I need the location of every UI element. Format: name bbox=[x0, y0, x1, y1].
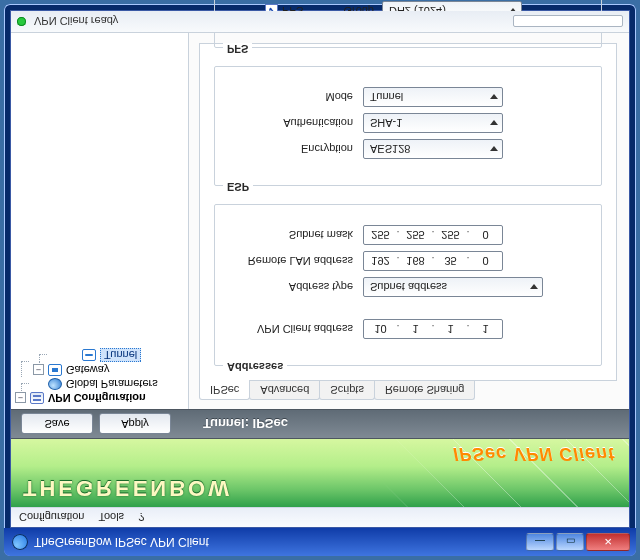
address-type-value: Subnet address bbox=[370, 281, 447, 293]
progress-placeholder bbox=[513, 16, 623, 28]
chevron-down-icon bbox=[490, 95, 498, 100]
section-esp: ESP Encryption AES128 Authentication S bbox=[214, 66, 602, 186]
chevron-down-icon bbox=[490, 121, 498, 126]
mode-value: Tunnel bbox=[370, 91, 403, 103]
authentication-select[interactable]: SHA-1 bbox=[363, 113, 503, 133]
remote-lan-input[interactable]: 192. 168. 35. 0 bbox=[363, 251, 503, 271]
window-title: TheGreenBow IPSec VPN Client bbox=[34, 535, 209, 549]
expand-toggle[interactable]: − bbox=[33, 365, 44, 376]
authentication-label: Authentication bbox=[225, 117, 363, 129]
gateway-icon bbox=[48, 364, 62, 376]
address-type-select[interactable]: Subnet address bbox=[363, 277, 543, 297]
brand-logo-text: THEGREENBOW bbox=[23, 475, 232, 501]
maximize-button[interactable]: ▭ bbox=[556, 533, 584, 551]
tab-remote-sharing[interactable]: Remote Sharing bbox=[374, 380, 476, 400]
main-panel: IPSec Advanced Scripts Remote Sharing Ad… bbox=[189, 33, 629, 409]
app-icon bbox=[12, 534, 28, 550]
section-addresses-legend: Addresses bbox=[223, 361, 287, 373]
globe-icon bbox=[48, 378, 62, 390]
tab-ipsec[interactable]: IPSec bbox=[199, 380, 250, 400]
tab-scripts[interactable]: Scripts bbox=[319, 380, 375, 400]
statusbar: VPN Client ready bbox=[11, 11, 629, 33]
tree-root-label: VPN Configuration bbox=[48, 392, 146, 404]
section-addresses: Addresses VPN Client address 10. 1. 1. 1 bbox=[214, 204, 602, 366]
tunnel-icon bbox=[82, 349, 96, 361]
tree-root[interactable]: − VPN Configuration bbox=[13, 391, 188, 405]
brand-tagline: IPSec VPN Client bbox=[453, 443, 615, 464]
vpn-client-address-label: VPN Client address bbox=[225, 323, 363, 335]
config-tree: − VPN Configuration Global Parameters − bbox=[11, 33, 189, 409]
status-text: VPN Client ready bbox=[34, 16, 118, 28]
brand-banner: THEGREENBOW IPSec VPN Client bbox=[11, 439, 629, 507]
app-window: TheGreenBow IPSec VPN Client — ▭ ✕ Confi… bbox=[4, 4, 636, 556]
client-area: Configuration Tools ? THEGREENBOW IPSec … bbox=[10, 10, 630, 528]
vpn-client-address-input[interactable]: 10. 1. 1. 1 bbox=[363, 319, 503, 339]
tree-gateway[interactable]: − Gateway bbox=[31, 363, 188, 377]
section-esp-legend: ESP bbox=[223, 181, 253, 193]
tab-page-ipsec: Addresses VPN Client address 10. 1. 1. 1 bbox=[199, 43, 617, 381]
section-pfs-legend: PFS bbox=[223, 43, 252, 55]
tree-tunnel-label: Tunnel bbox=[100, 348, 141, 362]
subnet-mask-input[interactable]: 255. 255. 255. 0 bbox=[363, 225, 503, 245]
tree-global-label: Global Parameters bbox=[66, 378, 158, 390]
encryption-value: AES128 bbox=[370, 143, 410, 155]
tabstrip: IPSec Advanced Scripts Remote Sharing bbox=[199, 381, 629, 401]
expand-toggle[interactable]: − bbox=[15, 393, 26, 404]
config-icon bbox=[30, 392, 44, 404]
subnet-mask-label: Subnet mask bbox=[225, 229, 363, 241]
address-type-label: Address type bbox=[225, 281, 363, 293]
remote-lan-label: Remote LAN address bbox=[225, 255, 363, 267]
tab-advanced[interactable]: Advanced bbox=[249, 380, 320, 400]
mode-label: Mode bbox=[225, 91, 363, 103]
status-indicator-icon bbox=[17, 17, 26, 26]
tree-gateway-label: Gateway bbox=[66, 364, 109, 376]
menu-help[interactable]: ? bbox=[138, 512, 144, 524]
menu-configuration[interactable]: Configuration bbox=[19, 512, 84, 524]
menu-tools[interactable]: Tools bbox=[98, 512, 124, 524]
titlebar: TheGreenBow IPSec VPN Client — ▭ ✕ bbox=[4, 528, 636, 556]
save-button[interactable]: Save bbox=[21, 414, 93, 435]
authentication-value: SHA-1 bbox=[370, 117, 402, 129]
chevron-down-icon bbox=[490, 147, 498, 152]
toolbar: Save Apply Tunnel: IPSec bbox=[11, 409, 629, 439]
tree-tunnel[interactable]: Tunnel bbox=[65, 347, 188, 363]
minimize-button[interactable]: — bbox=[526, 533, 554, 551]
close-button[interactable]: ✕ bbox=[586, 533, 630, 551]
menubar: Configuration Tools ? bbox=[11, 507, 629, 527]
apply-button[interactable]: Apply bbox=[99, 414, 171, 435]
mode-select[interactable]: Tunnel bbox=[363, 87, 503, 107]
tree-global-parameters[interactable]: Global Parameters bbox=[31, 377, 188, 391]
chevron-down-icon bbox=[530, 285, 538, 290]
encryption-label: Encryption bbox=[225, 143, 363, 155]
encryption-select[interactable]: AES128 bbox=[363, 139, 503, 159]
